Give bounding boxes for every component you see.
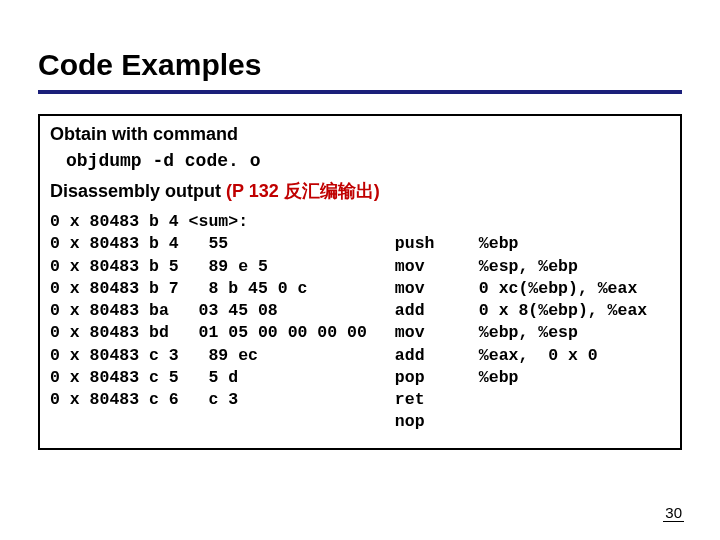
obtain-label: Obtain with command <box>50 124 670 145</box>
disasm-col-mnemonic: push mov mov add mov add pop ret nop <box>395 211 451 434</box>
disasm-col-address-bytes: 0 x 80483 b 4 <sum>: 0 x 80483 b 4 55 0 … <box>50 211 367 434</box>
disassembly-block: 0 x 80483 b 4 <sum>: 0 x 80483 b 4 55 0 … <box>50 209 670 434</box>
slide-title: Code Examples <box>38 48 682 82</box>
title-rule <box>38 90 682 94</box>
disasm-label-prefix: Disassembly output <box>50 181 226 201</box>
disasm-label: Disassembly output (P 132 反汇编输出) <box>50 179 670 203</box>
command-text: objdump -d code. o <box>66 151 670 171</box>
page-number: 30 <box>663 504 684 522</box>
disasm-label-note: (P 132 反汇编输出) <box>226 181 380 201</box>
content-box: Obtain with command objdump -d code. o D… <box>38 114 682 450</box>
disasm-col-operands: %ebp %esp, %ebp 0 xc(%ebp), %eax 0 x 8(%… <box>479 211 647 434</box>
